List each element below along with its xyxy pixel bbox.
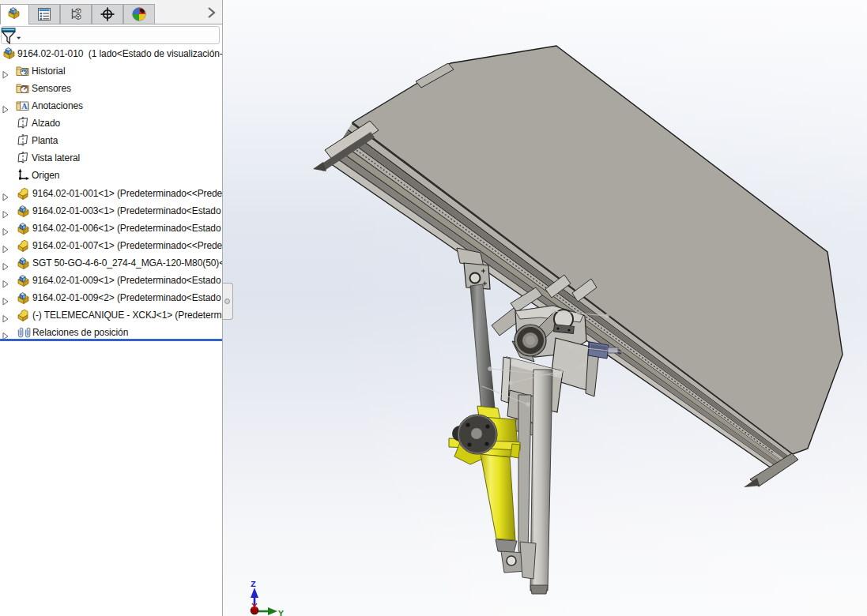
svg-text:Y: Y <box>278 608 284 616</box>
svg-text:A: A <box>21 102 28 111</box>
svg-text:Z: Z <box>251 579 256 589</box>
